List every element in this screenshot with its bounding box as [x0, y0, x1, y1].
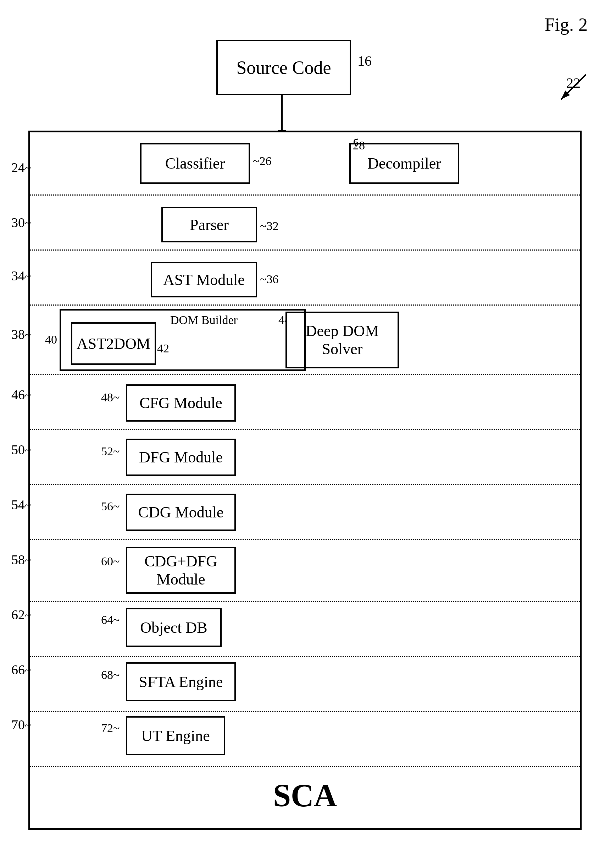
divider-9	[30, 656, 580, 657]
dfg-module-box: DFG Module	[126, 439, 236, 476]
ut-engine-box: UT Engine	[126, 716, 225, 755]
divider-3	[30, 305, 580, 306]
sca-label: SCA	[273, 777, 337, 814]
cdg-dfg-module-box: CDG+DFG Module	[126, 547, 236, 594]
ref-36: ~36	[260, 273, 278, 286]
divider-7	[30, 539, 580, 540]
row-ref-38: 38~	[11, 326, 31, 342]
parser-box: Parser	[161, 207, 257, 242]
row-ref-70: 70~	[11, 717, 31, 733]
divider-1	[30, 194, 580, 196]
divider-2	[30, 249, 580, 251]
curve-28	[346, 137, 364, 148]
cfg-module-box: CFG Module	[126, 384, 236, 422]
cdg-module-box: CDG Module	[126, 494, 236, 531]
object-db-box: Object DB	[126, 608, 222, 647]
ref-16: 16	[358, 52, 372, 69]
row-ref-46: 46~	[11, 387, 31, 402]
ref-72: 72~	[101, 722, 120, 735]
ref-26: ~26	[253, 154, 271, 168]
row-ref-66: 66~	[11, 662, 31, 677]
row-ref-30: 30~	[11, 215, 31, 230]
arrow-22-icon	[550, 68, 593, 110]
dom-builder-outline	[58, 308, 307, 372]
ref-60: 60~	[101, 555, 120, 568]
ref-68: 68~	[101, 668, 120, 682]
row-ref-54: 54~	[11, 497, 31, 513]
main-container: Classifier ~26 Decompiler 28 Parser ~32 …	[28, 131, 582, 830]
row-ref-50: 50~	[11, 442, 31, 457]
ref-32: ~32	[260, 219, 278, 233]
row-ref-62: 62~	[11, 607, 31, 622]
svg-rect-2	[60, 310, 305, 370]
ast-module-box: AST Module	[151, 262, 257, 297]
classifier-box: Classifier	[140, 143, 250, 184]
figure-label: Fig. 2	[545, 14, 588, 35]
ref-48: 48~	[101, 391, 120, 404]
arrow-down-source-icon	[281, 95, 283, 131]
ref-52: 52~	[101, 445, 120, 458]
divider-11	[30, 766, 580, 767]
row-ref-34: 34~	[11, 268, 31, 283]
decompiler-box: Decompiler	[349, 143, 459, 184]
divider-10	[30, 711, 580, 712]
divider-5	[30, 429, 580, 430]
divider-8	[30, 601, 580, 602]
ref-64: 64~	[101, 613, 120, 627]
row-ref-58: 58~	[11, 552, 31, 568]
divider-4	[30, 374, 580, 375]
source-code-box: Source Code	[216, 40, 351, 95]
row-ref-24: 24~	[11, 160, 31, 176]
ref-56: 56~	[101, 500, 120, 513]
sfta-engine-box: SFTA Engine	[126, 662, 236, 701]
divider-6	[30, 484, 580, 485]
ref-40: 40	[45, 333, 57, 346]
